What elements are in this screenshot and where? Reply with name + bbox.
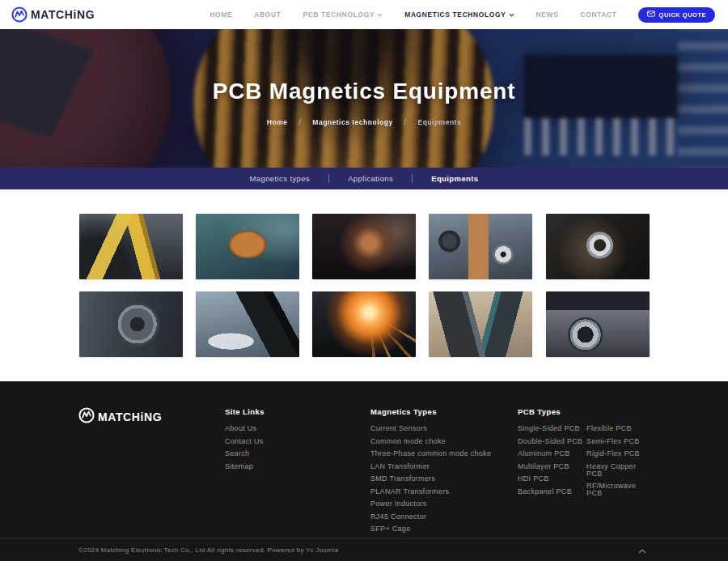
site-footer: MATCHiNG Site Links About Us Contact Us … — [0, 381, 728, 561]
logo-mark-icon — [11, 6, 28, 23]
logo-text: MATCHiNG — [31, 8, 95, 21]
hero-content: PCB Magnetics Equipment Home / Magnetics… — [0, 29, 728, 168]
site-header: MATCHiNG HOME ABOUT PCB TECHNOLOGY MAGNE… — [0, 0, 728, 29]
main-nav: HOME ABOUT PCB TECHNOLOGY MAGNETICS TECH… — [210, 11, 616, 19]
footer-link-backpanel-pcb[interactable]: Backpanel PCB — [518, 488, 586, 495]
nav-item-about[interactable]: ABOUT — [254, 11, 281, 19]
footer-link-aluminum-pcb[interactable]: Aluminum PCB — [518, 450, 586, 457]
footer-site-links-column: Site Links About Us Contact Us Search Si… — [225, 407, 370, 538]
footer-link-rf-microwave-pcb[interactable]: RF/Microwave PCB — [586, 483, 650, 497]
footer-logo[interactable]: MATCHiNG — [78, 407, 225, 427]
footer-link-double-sided-pcb[interactable]: Double-Sided PCB — [518, 438, 586, 445]
section-tabbar: Magnetics types Applications Equipments — [0, 168, 728, 189]
tab-equipments[interactable]: Equipments — [413, 168, 497, 189]
logo-mark-icon — [78, 407, 95, 427]
nav-item-contact[interactable]: CONTACT — [580, 11, 616, 19]
chevron-up-icon — [638, 544, 646, 556]
footer-link-search[interactable]: Search — [225, 450, 370, 457]
footer-link-multilayer-pcb[interactable]: Multilayer PCB — [518, 463, 586, 470]
footer-link-current-sensors[interactable]: Current Sensors — [370, 425, 518, 432]
footer-link-flexible-pcb[interactable]: Flexible PCB — [586, 425, 650, 432]
gallery-photo-measurement[interactable] — [546, 291, 650, 357]
chevron-down-icon — [509, 11, 514, 19]
gallery-photo-module-assembly[interactable] — [429, 291, 532, 357]
nav-item-home[interactable]: HOME — [210, 11, 232, 19]
footer-link-sitemap[interactable]: Sitemap — [225, 463, 370, 470]
quick-quote-button[interactable]: QUICK QUOTE — [638, 7, 715, 23]
footer-link-contact-us[interactable]: Contact Us — [225, 438, 370, 445]
footer-link-about-us[interactable]: About Us — [225, 425, 370, 432]
footer-link-rigid-flex-pcb[interactable]: Rigid-Flex PCB — [586, 450, 650, 457]
gallery-photo-coil-winding[interactable] — [196, 214, 299, 279]
site-logo[interactable]: MATCHiNG — [11, 6, 95, 23]
footer-link-hdi-pcb[interactable]: HDI PCB — [518, 475, 586, 483]
copyright-text: ©2024 Matching Electronic Tech Co., Ltd … — [78, 546, 338, 554]
breadcrumb-equipments: Equipments — [417, 118, 461, 126]
footer-link-three-phase-choke[interactable]: Three-Phase common mode choke — [370, 450, 518, 457]
breadcrumb-separator: / — [404, 118, 407, 126]
envelope-icon — [647, 11, 655, 19]
quick-quote-label: QUICK QUOTE — [659, 11, 706, 19]
breadcrumb-home[interactable]: Home — [267, 118, 288, 126]
main-content — [0, 189, 728, 381]
breadcrumb-separator: / — [298, 118, 301, 126]
footer-link-lan-transformer[interactable]: LAN Transformer — [370, 463, 518, 470]
footer-link-heavy-copper-pcb[interactable]: Heavy Copper PCB — [586, 463, 650, 478]
footer-link-sfp-cage[interactable]: SFP+ Cage — [370, 525, 518, 533]
nav-item-news[interactable]: NEWS — [536, 11, 559, 19]
gallery-photo-cnc-chuck[interactable] — [79, 291, 183, 357]
footer-link-single-sided-pcb[interactable]: Single-Sided PCB — [518, 425, 586, 432]
tab-magnetics-types[interactable]: Magnetics types — [231, 168, 328, 189]
footer-pcb-sub-column-2: Flexible PCB Semi-Flex PCB Rigid-Flex PC… — [586, 425, 650, 503]
footer-logo-text: MATCHiNG — [98, 410, 162, 423]
footer-pcb-sub-column-1: Single-Sided PCB Double-Sided PCB Alumin… — [518, 425, 586, 503]
gallery-photo-robot-arm[interactable] — [79, 214, 183, 279]
footer-link-planar-transformers[interactable]: PLANAR Transformers — [370, 488, 518, 495]
gallery-photo-laser-cutting[interactable] — [312, 291, 416, 357]
nav-item-pcb-technology[interactable]: PCB TECHNOLOGY — [303, 11, 383, 19]
gallery-photo-coil-spring[interactable] — [196, 291, 299, 357]
nav-item-magnetics-technology[interactable]: MAGNETICS TECHNOLOGY — [404, 11, 514, 19]
breadcrumb: Home / Magnetics technology / Equipments — [267, 118, 461, 126]
chevron-down-icon — [377, 11, 383, 19]
footer-heading-magnetics-types: Magnetics Types — [370, 407, 518, 416]
footer-link-smd-transformers[interactable]: SMD Transformers — [370, 475, 518, 483]
footer-heading-site-links: Site Links — [225, 407, 370, 416]
footer-pcb-sub-columns: Single-Sided PCB Double-Sided PCB Alumin… — [518, 425, 650, 503]
footer-link-semi-flex-pcb[interactable]: Semi-Flex PCB — [586, 438, 650, 445]
footer-pcb-types-column: PCB Types Single-Sided PCB Double-Sided … — [518, 407, 650, 538]
tab-applications[interactable]: Applications — [329, 168, 412, 189]
back-to-top-button[interactable] — [635, 542, 650, 558]
gallery-photo-metal-ring[interactable] — [546, 214, 650, 279]
copyright-bar: ©2024 Matching Electronic Tech Co., Ltd … — [0, 538, 728, 561]
footer-link-power-inductors[interactable]: Power Inductors — [370, 500, 518, 508]
footer-link-common-mode-choke[interactable]: Common mode choke — [370, 438, 518, 445]
breadcrumb-magnetics-technology[interactable]: Magnetics technology — [312, 118, 392, 126]
gallery-photo-hand-coil[interactable] — [312, 214, 416, 279]
footer-main: MATCHiNG Site Links About Us Contact Us … — [0, 381, 728, 538]
footer-link-rj45-connector[interactable]: RJ45 Connector — [370, 513, 518, 521]
hero-banner: PCB Magnetics Equipment Home / Magnetics… — [0, 29, 728, 168]
equipment-gallery — [79, 214, 650, 357]
footer-logo-column: MATCHiNG — [78, 407, 225, 538]
footer-magnetics-types-column: Magnetics Types Current Sensors Common m… — [370, 407, 518, 538]
gallery-photo-toroid-discs[interactable] — [429, 214, 532, 279]
footer-heading-pcb-types: PCB Types — [518, 407, 650, 416]
page-title: PCB Magnetics Equipment — [213, 79, 516, 104]
